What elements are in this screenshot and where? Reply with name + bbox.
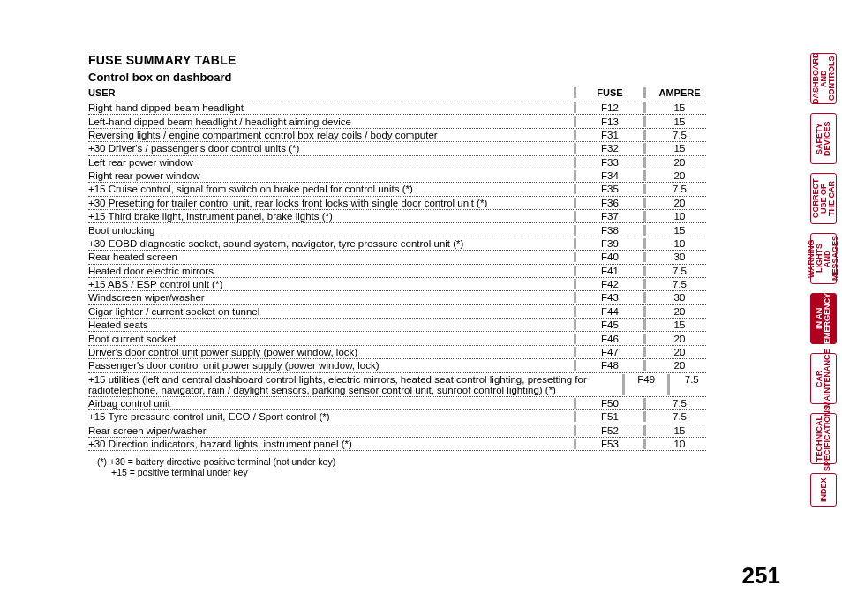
cell-fuse: F53 [574, 439, 646, 449]
cell-fuse: F43 [574, 292, 646, 303]
cell-user: +15 Cruise control, signal from switch o… [88, 184, 574, 194]
cell-ampere: 15 [646, 116, 706, 127]
section-tabs: DASHBOARD AND CONTROLSSAFETY DEVICESCORR… [810, 53, 837, 507]
table-row: +30 Direction indicators, hazard lights,… [88, 438, 706, 451]
cell-user: Boot unlocking [88, 225, 574, 236]
cell-user: Heated door electric mirrors [88, 266, 574, 276]
cell-fuse: F51 [574, 411, 646, 422]
table-row: Right rear power windowF3420 [88, 169, 706, 183]
table-row: +30 Driver's / passenger's door control … [88, 142, 706, 155]
section-tab[interactable]: CORRECT USE OF THE CAR [810, 173, 837, 224]
cell-ampere: 10 [646, 439, 706, 449]
cell-fuse: F33 [574, 157, 646, 168]
col-header-ampere: AMPERE [646, 87, 706, 98]
col-header-fuse: FUSE [574, 87, 646, 98]
cell-user: +30 Presetting for trailer control unit,… [88, 198, 574, 208]
table-row: +30 Presetting for trailer control unit,… [88, 197, 706, 210]
cell-ampere: 15 [646, 319, 706, 330]
cell-ampere: 15 [646, 225, 706, 236]
table-row: +15 Tyre pressure control unit, ECO / Sp… [88, 410, 706, 424]
cell-user: Windscreen wiper/washer [88, 292, 574, 303]
cell-fuse: F12 [574, 102, 646, 113]
cell-user: +15 utilities (left and central dashboar… [88, 374, 622, 395]
col-header-user: USER [88, 87, 574, 98]
page-title: FUSE SUMMARY TABLE [88, 53, 706, 67]
table-row: +15 ABS / ESP control unit (*)F427.5 [88, 278, 706, 291]
cell-user: Driver's door control unit power supply … [88, 347, 574, 357]
table-row: Reversing lights / engine compartment co… [88, 129, 706, 142]
table-row: +15 Third brake light, instrument panel,… [88, 210, 706, 223]
cell-user: +15 ABS / ESP control unit (*) [88, 279, 574, 289]
footnote: (*) +30 = battery directive positive ter… [88, 456, 706, 477]
section-tab[interactable]: CAR MAINTENANCE [810, 353, 837, 404]
cell-fuse: F46 [574, 334, 646, 344]
fuse-table: USER FUSE AMPERE Right-hand dipped beam … [88, 87, 706, 451]
table-row: +30 EOBD diagnostic socket, sound system… [88, 237, 706, 251]
cell-ampere: 20 [646, 198, 706, 208]
cell-fuse: F42 [574, 279, 646, 289]
cell-ampere: 7.5 [670, 374, 706, 395]
cell-ampere: 7.5 [646, 266, 706, 276]
cell-ampere: 7.5 [646, 279, 706, 289]
page-number: 251 [742, 562, 780, 590]
cell-user: Left rear power window [88, 157, 574, 168]
cell-user: Airbag control unit [88, 398, 574, 409]
cell-ampere: 7.5 [646, 398, 706, 409]
cell-ampere: 7.5 [646, 411, 706, 422]
cell-user: Left-hand dipped beam headlight / headli… [88, 116, 574, 127]
cell-ampere: 10 [646, 238, 706, 249]
cell-fuse: F35 [574, 184, 646, 194]
cell-fuse: F47 [574, 347, 646, 357]
cell-fuse: F44 [574, 306, 646, 317]
cell-ampere: 7.5 [646, 184, 706, 194]
cell-user: Rear screen wiper/washer [88, 425, 574, 436]
table-row: +15 utilities (left and central dashboar… [88, 373, 706, 397]
cell-user: Boot current socket [88, 334, 574, 344]
table-row: Airbag control unitF507.5 [88, 397, 706, 410]
cell-user: +30 EOBD diagnostic socket, sound system… [88, 238, 574, 249]
table-row: Heated seatsF4515 [88, 319, 706, 332]
table-row: Boot unlockingF3815 [88, 223, 706, 237]
cell-ampere: 30 [646, 292, 706, 303]
cell-fuse: F34 [574, 170, 646, 181]
section-tab[interactable]: DASHBOARD AND CONTROLS [810, 53, 837, 104]
cell-user: +15 Tyre pressure control unit, ECO / Sp… [88, 411, 574, 422]
cell-fuse: F40 [574, 252, 646, 262]
table-row: Heated door electric mirrorsF417.5 [88, 265, 706, 278]
cell-ampere: 15 [646, 425, 706, 436]
cell-ampere: 20 [646, 334, 706, 344]
cell-user: Heated seats [88, 319, 574, 330]
section-tab[interactable]: IN AN EMERGENCY [810, 293, 837, 344]
cell-user: Rear heated screen [88, 252, 574, 262]
cell-fuse: F38 [574, 225, 646, 236]
cell-fuse: F36 [574, 198, 646, 208]
cell-ampere: 20 [646, 347, 706, 357]
table-row: Rear heated screenF4030 [88, 251, 706, 264]
table-row: Rear screen wiper/washerF5215 [88, 424, 706, 438]
page-subtitle: Control box on dashboard [88, 71, 706, 84]
cell-user: Cigar lighter / current socket on tunnel [88, 306, 574, 317]
cell-fuse: F39 [574, 238, 646, 249]
table-row: +15 Cruise control, signal from switch o… [88, 183, 706, 196]
cell-ampere: 20 [646, 306, 706, 317]
cell-ampere: 20 [646, 157, 706, 168]
cell-fuse: F45 [574, 319, 646, 330]
table-row: Right-hand dipped beam headlightF1215 [88, 101, 706, 115]
footnote-line-1: (*) +30 = battery directive positive ter… [97, 456, 706, 467]
cell-user: Passenger's door control unit power supp… [88, 360, 574, 371]
cell-ampere: 20 [646, 170, 706, 181]
cell-ampere: 10 [646, 211, 706, 222]
section-tab[interactable]: WARNING LIGHTS AND MESSAGES [810, 233, 837, 284]
section-tab[interactable]: INDEX [810, 473, 837, 507]
cell-fuse: F31 [574, 130, 646, 140]
cell-fuse: F49 [622, 374, 671, 395]
cell-user: Right-hand dipped beam headlight [88, 102, 574, 113]
section-tab[interactable]: SAFETY DEVICES [810, 113, 837, 164]
section-tab[interactable]: TECHNICAL SPECIFICATIONS [810, 413, 837, 464]
cell-ampere: 7.5 [646, 130, 706, 140]
cell-ampere: 15 [646, 102, 706, 113]
cell-ampere: 30 [646, 252, 706, 262]
cell-user: +15 Third brake light, instrument panel,… [88, 211, 574, 222]
footnote-line-2: +15 = positive terminal under key [97, 467, 706, 477]
table-header: USER FUSE AMPERE [88, 87, 706, 101]
